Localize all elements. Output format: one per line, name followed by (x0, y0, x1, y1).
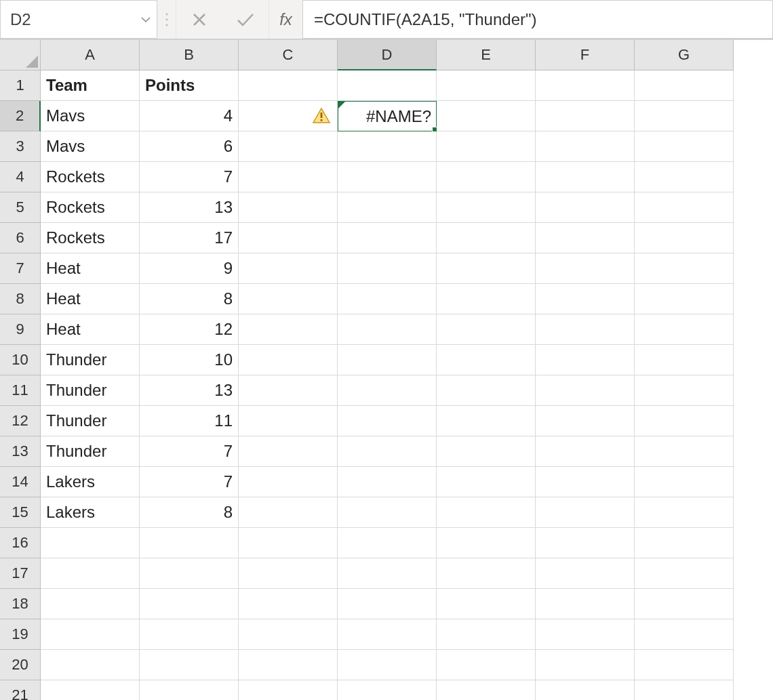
cell-B2[interactable]: 4 (140, 101, 239, 131)
selected-cell-D2[interactable]: #NAME? (338, 101, 437, 131)
cell-C11[interactable] (239, 375, 338, 406)
row-header-9[interactable]: 9 (0, 314, 41, 345)
cell-E20[interactable] (437, 650, 536, 680)
cell-B20[interactable] (140, 650, 239, 680)
cancel-formula-button[interactable] (176, 0, 222, 39)
row-header-16[interactable]: 16 (0, 528, 41, 558)
cell-C16[interactable] (239, 528, 338, 558)
cell-G17[interactable] (635, 558, 734, 589)
cell-E21[interactable] (437, 680, 536, 700)
cell-A2[interactable]: Mavs (41, 101, 140, 131)
cell-B15[interactable]: 8 (140, 497, 239, 528)
cell-A9[interactable]: Heat (41, 314, 140, 345)
cell-C13[interactable] (239, 436, 338, 467)
cell-G20[interactable] (635, 650, 734, 680)
cell-C9[interactable] (239, 314, 338, 345)
row-header-13[interactable]: 13 (0, 436, 41, 467)
cell-B3[interactable]: 6 (140, 131, 239, 162)
cell-D16[interactable] (338, 528, 437, 558)
cell-C18[interactable] (239, 589, 338, 619)
cell-B19[interactable] (140, 619, 239, 650)
row-header-3[interactable]: 3 (0, 131, 41, 162)
spreadsheet-grid[interactable]: ABCDEFG1TeamPoints2Mavs4#NAME?3Mavs64Roc… (0, 39, 773, 700)
cell-C14[interactable] (239, 467, 338, 497)
cell-E9[interactable] (437, 314, 536, 345)
cell-E7[interactable] (437, 253, 536, 284)
cell-E8[interactable] (437, 284, 536, 314)
cell-B4[interactable]: 7 (140, 162, 239, 192)
cell-D10[interactable] (338, 345, 437, 375)
column-header-E[interactable]: E (437, 40, 536, 70)
cell-G1[interactable] (635, 70, 734, 101)
cell-D17[interactable] (338, 558, 437, 589)
cell-C5[interactable] (239, 192, 338, 223)
cell-A12[interactable]: Thunder (41, 406, 140, 436)
cell-A11[interactable]: Thunder (41, 375, 140, 406)
cell-C20[interactable] (239, 650, 338, 680)
cell-A13[interactable]: Thunder (41, 436, 140, 467)
cell-F4[interactable] (536, 162, 635, 192)
cell-A17[interactable] (41, 558, 140, 589)
cell-B13[interactable]: 7 (140, 436, 239, 467)
cell-F18[interactable] (536, 589, 635, 619)
cell-D19[interactable] (338, 619, 437, 650)
cell-G7[interactable] (635, 253, 734, 284)
cell-G3[interactable] (635, 131, 734, 162)
row-header-20[interactable]: 20 (0, 650, 41, 680)
cell-E13[interactable] (437, 436, 536, 467)
cell-D4[interactable] (338, 162, 437, 192)
formula-input[interactable]: =COUNTIF(A2A15, "Thunder") (302, 0, 773, 39)
cell-G4[interactable] (635, 162, 734, 192)
cell-G8[interactable] (635, 284, 734, 314)
cell-G6[interactable] (635, 223, 734, 253)
insert-function-button[interactable]: fx (269, 0, 302, 39)
column-header-D[interactable]: D (338, 40, 437, 70)
cell-B1[interactable]: Points (140, 70, 239, 101)
cell-F7[interactable] (536, 253, 635, 284)
cell-F5[interactable] (536, 192, 635, 223)
column-header-G[interactable]: G (635, 40, 734, 70)
cell-A20[interactable] (41, 650, 140, 680)
column-header-C[interactable]: C (239, 40, 338, 70)
cell-D14[interactable] (338, 467, 437, 497)
cell-B11[interactable]: 13 (140, 375, 239, 406)
cell-B21[interactable] (140, 680, 239, 700)
cell-F1[interactable] (536, 70, 635, 101)
cell-E12[interactable] (437, 406, 536, 436)
cell-B16[interactable] (140, 528, 239, 558)
row-header-1[interactable]: 1 (0, 70, 41, 101)
cell-E4[interactable] (437, 162, 536, 192)
name-box-dropdown-icon[interactable] (140, 10, 151, 29)
cell-B12[interactable]: 11 (140, 406, 239, 436)
row-header-12[interactable]: 12 (0, 406, 41, 436)
cell-F11[interactable] (536, 375, 635, 406)
cell-C8[interactable] (239, 284, 338, 314)
cell-D9[interactable] (338, 314, 437, 345)
cell-A5[interactable]: Rockets (41, 192, 140, 223)
row-header-19[interactable]: 19 (0, 619, 41, 650)
cell-A1[interactable]: Team (41, 70, 140, 101)
cell-D11[interactable] (338, 375, 437, 406)
cell-G2[interactable] (635, 101, 734, 131)
cell-E11[interactable] (437, 375, 536, 406)
cell-B9[interactable]: 12 (140, 314, 239, 345)
vertical-grip-icon[interactable] (157, 0, 176, 39)
cell-E1[interactable] (437, 70, 536, 101)
cell-E16[interactable] (437, 528, 536, 558)
cell-D20[interactable] (338, 650, 437, 680)
cell-B6[interactable]: 17 (140, 223, 239, 253)
cell-C12[interactable] (239, 406, 338, 436)
cell-A6[interactable]: Rockets (41, 223, 140, 253)
row-header-7[interactable]: 7 (0, 253, 41, 284)
cell-B5[interactable]: 13 (140, 192, 239, 223)
cell-A18[interactable] (41, 589, 140, 619)
cell-E14[interactable] (437, 467, 536, 497)
cell-F19[interactable] (536, 619, 635, 650)
cell-E10[interactable] (437, 345, 536, 375)
cell-G5[interactable] (635, 192, 734, 223)
cell-A10[interactable]: Thunder (41, 345, 140, 375)
row-header-10[interactable]: 10 (0, 345, 41, 375)
cell-C7[interactable] (239, 253, 338, 284)
cell-C10[interactable] (239, 345, 338, 375)
row-header-5[interactable]: 5 (0, 192, 41, 223)
